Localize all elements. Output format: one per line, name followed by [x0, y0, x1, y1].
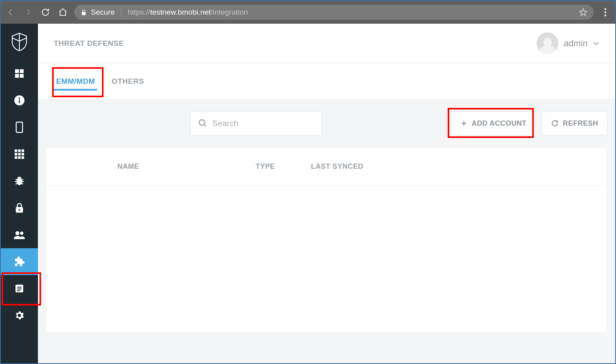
column-header-type: TYPE — [256, 162, 311, 171]
svg-rect-20 — [21, 156, 24, 159]
page-title: THREAT DEFENSE — [54, 39, 124, 48]
browser-toolbar: Secure https://testnew.bmobi.net/integra… — [1, 1, 615, 24]
avatar — [537, 32, 558, 54]
svg-point-10 — [19, 97, 20, 99]
search-box[interactable] — [190, 111, 322, 135]
svg-rect-13 — [18, 149, 21, 152]
main-content: THREAT DEFENSE admin EMM/MDM OTHERS — [38, 24, 615, 363]
svg-line-26 — [16, 183, 17, 184]
url-path: /integration — [211, 8, 248, 16]
top-bar: THREAT DEFENSE admin — [38, 24, 615, 63]
search-icon — [198, 119, 207, 128]
accounts-table-card: NAME TYPE LAST SYNCED — [46, 147, 607, 333]
svg-point-21 — [17, 178, 22, 185]
reload-button[interactable] — [40, 6, 51, 18]
svg-rect-14 — [21, 149, 24, 152]
add-account-button[interactable]: ADD ACCOUNT — [451, 111, 536, 135]
refresh-button[interactable]: REFRESH — [542, 111, 607, 135]
svg-rect-12 — [15, 149, 17, 152]
sidebar-item-settings[interactable] — [1, 302, 38, 329]
brand-shield-icon — [9, 32, 30, 52]
user-label: admin — [564, 38, 588, 49]
svg-rect-6 — [15, 74, 19, 78]
sidebar-item-dashboard[interactable] — [1, 60, 38, 87]
svg-line-27 — [22, 183, 23, 184]
sidebar-item-info[interactable] — [1, 87, 38, 114]
svg-rect-17 — [21, 153, 24, 156]
refresh-label: REFRESH — [563, 119, 598, 128]
tab-emm-mdm[interactable]: EMM/MDM — [54, 65, 97, 98]
table-header-row: NAME TYPE LAST SYNCED — [46, 147, 607, 186]
info-icon — [14, 95, 25, 106]
svg-rect-18 — [15, 156, 17, 159]
sidebar-item-device[interactable] — [1, 114, 38, 141]
secure-label: Secure — [91, 8, 115, 17]
sidebar-item-apps[interactable] — [1, 141, 38, 168]
toolbar-row: ADD ACCOUNT REFRESH — [38, 100, 615, 147]
chevron-down-icon — [593, 41, 599, 45]
url: https://testnew.bmobi.net/integration — [128, 8, 248, 17]
lock-icon — [15, 202, 24, 213]
content-area: NAME TYPE LAST SYNCED — [38, 147, 615, 363]
svg-rect-7 — [20, 74, 24, 78]
sidebar-item-users[interactable] — [1, 221, 38, 248]
divider — [121, 8, 121, 17]
tab-others[interactable]: OTHERS — [109, 65, 146, 98]
dashboard-icon — [14, 68, 24, 79]
home-button[interactable] — [57, 6, 69, 18]
integration-icon — [13, 256, 25, 268]
svg-rect-33 — [17, 287, 22, 288]
svg-point-3 — [605, 15, 607, 17]
svg-line-37 — [204, 124, 206, 126]
url-host: testnew.bmobi.net — [150, 8, 211, 16]
forward-button[interactable] — [22, 6, 34, 18]
sidebar — [1, 24, 38, 363]
plus-icon — [460, 119, 468, 127]
address-bar[interactable]: Secure https://testnew.bmobi.net/integra… — [74, 5, 594, 20]
svg-rect-4 — [15, 69, 19, 73]
add-account-label: ADD ACCOUNT — [472, 119, 527, 128]
settings-icon — [14, 310, 25, 321]
tab-label: OTHERS — [111, 77, 144, 85]
svg-rect-9 — [19, 100, 20, 103]
users-icon — [13, 230, 26, 239]
svg-marker-0 — [580, 9, 587, 15]
bug-icon — [14, 175, 25, 187]
search-input[interactable] — [212, 119, 314, 128]
svg-rect-11 — [16, 122, 23, 132]
device-icon — [15, 121, 23, 133]
sidebar-item-reports[interactable] — [1, 275, 38, 302]
svg-rect-35 — [17, 290, 21, 291]
list-icon — [14, 283, 24, 294]
svg-point-30 — [15, 231, 19, 235]
url-scheme: https:// — [128, 8, 150, 16]
svg-rect-34 — [17, 289, 22, 289]
svg-rect-15 — [15, 153, 17, 156]
apps-grid-icon — [14, 149, 24, 159]
svg-point-36 — [199, 120, 205, 125]
svg-rect-19 — [18, 156, 21, 159]
column-header-name: NAME — [117, 162, 256, 171]
svg-point-2 — [605, 11, 607, 13]
sidebar-item-threats[interactable] — [1, 168, 38, 194]
svg-point-31 — [20, 232, 23, 235]
svg-point-1 — [605, 8, 607, 10]
tabs-row: EMM/MDM OTHERS — [38, 63, 615, 100]
column-header-last-synced: LAST SYNCED — [311, 162, 591, 171]
back-button[interactable] — [5, 6, 17, 18]
browser-menu-button[interactable] — [599, 8, 611, 17]
svg-line-24 — [16, 179, 17, 180]
bookmark-star-icon[interactable] — [579, 8, 588, 17]
tab-label: EMM/MDM — [56, 77, 95, 85]
sidebar-item-integration[interactable] — [1, 248, 38, 275]
svg-line-25 — [22, 179, 23, 180]
svg-rect-5 — [20, 69, 24, 73]
sidebar-item-security[interactable] — [1, 194, 38, 221]
user-menu[interactable]: admin — [537, 32, 599, 54]
svg-rect-16 — [18, 153, 21, 156]
refresh-icon — [551, 119, 559, 127]
svg-point-29 — [19, 209, 20, 211]
lock-icon — [81, 9, 87, 16]
